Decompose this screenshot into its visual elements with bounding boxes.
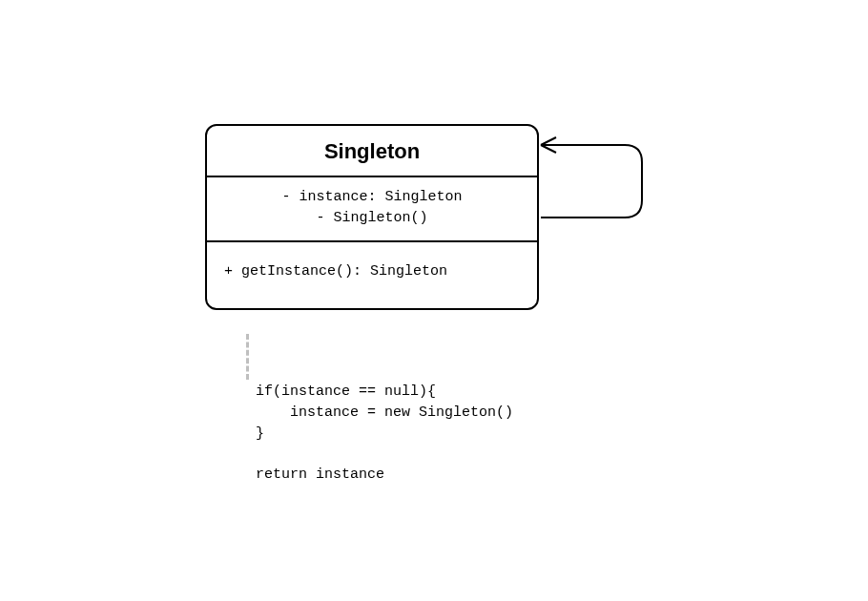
code-line: } [256, 425, 264, 442]
class-attributes: - instance: Singleton - Singleton() [207, 177, 537, 240]
self-association-arrow [529, 134, 653, 219]
note-connector [246, 334, 249, 380]
code-line: return instance [256, 466, 384, 483]
class-methods: + getInstance(): Singleton [207, 240, 537, 309]
code-note: if(instance == null){ instance = new Sin… [256, 382, 513, 486]
code-line: if(instance == null){ [256, 383, 436, 400]
diagram-canvas: Singleton - instance: Singleton - Single… [0, 0, 868, 601]
method-line: + getInstance(): Singleton [224, 261, 520, 282]
attribute-line: - Singleton() [224, 208, 520, 229]
code-line: instance = new Singleton() [256, 404, 513, 421]
uml-class-singleton: Singleton - instance: Singleton - Single… [205, 124, 539, 310]
attribute-line: - instance: Singleton [224, 187, 520, 208]
class-name: Singleton [207, 126, 537, 177]
